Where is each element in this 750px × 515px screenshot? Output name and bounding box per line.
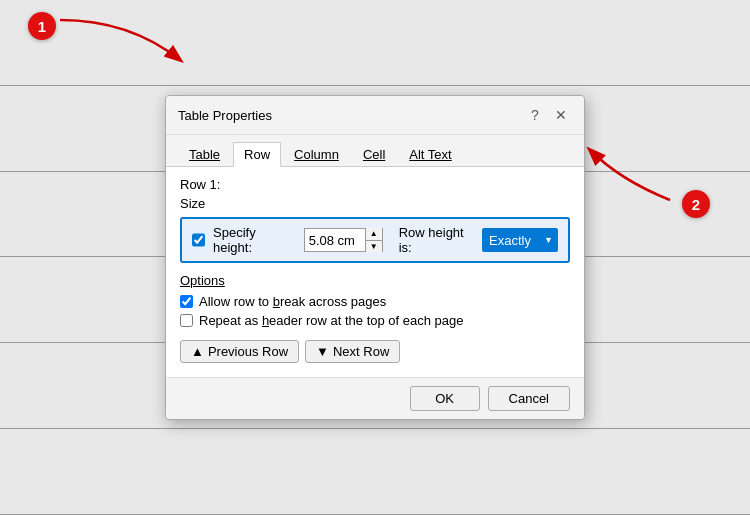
repeat-header-checkbox[interactable] [180,314,193,327]
prev-row-icon: ▲ [191,344,204,359]
spin-up-button[interactable]: ▲ [366,228,382,241]
height-input[interactable]: 5.08 cm [305,231,365,250]
options-title: Options [180,273,570,288]
prev-row-label: Previous Row [208,344,288,359]
tab-table[interactable]: Table [178,142,231,167]
next-row-button[interactable]: ▼ Next Row [305,340,400,363]
annotation-2: 2 [682,190,710,218]
specify-height-label: Specify height: [213,225,292,255]
dialog-body: Row 1: Size Specify height: 5.08 cm ▲ ▼ … [166,167,584,377]
close-button[interactable]: ✕ [550,104,572,126]
height-input-wrap: 5.08 cm ▲ ▼ [304,228,383,252]
tab-alt-text[interactable]: Alt Text [398,142,462,167]
row-height-is-label: Row height is: [399,225,474,255]
option-row-1: Allow row to break across pages [180,294,570,309]
tabs-bar: Table Row Column Cell Alt Text [166,135,584,167]
tab-cell[interactable]: Cell [352,142,396,167]
nav-buttons: ▲ Previous Row ▼ Next Row [180,340,570,363]
title-controls: ? ✕ [524,104,572,126]
allow-break-label: Allow row to break across pages [199,294,386,309]
row-label: Row 1: [180,177,570,192]
dialog-title: Table Properties [178,108,272,123]
option-row-2: Repeat as header row at the top of each … [180,313,570,328]
allow-break-checkbox[interactable] [180,295,193,308]
row-height-select-wrap: Exactly At Least [482,228,558,252]
size-label: Size [180,196,570,211]
height-spinner: ▲ ▼ [365,228,382,252]
spin-down-button[interactable]: ▼ [366,241,382,253]
next-row-icon: ▼ [316,344,329,359]
dialog-overlay: Table Properties ? ✕ Table Row Column Ce… [0,0,750,515]
size-box: Specify height: 5.08 cm ▲ ▼ Row height i… [180,217,570,263]
prev-row-button[interactable]: ▲ Previous Row [180,340,299,363]
help-button[interactable]: ? [524,104,546,126]
options-section: Options Allow row to break across pages … [180,273,570,328]
tab-row[interactable]: Row [233,142,281,167]
specify-height-checkbox[interactable] [192,233,205,247]
annotation-1: 1 [28,12,56,40]
ok-button[interactable]: OK [410,386,480,411]
repeat-header-label: Repeat as header row at the top of each … [199,313,464,328]
table-properties-dialog: Table Properties ? ✕ Table Row Column Ce… [165,95,585,420]
tab-column[interactable]: Column [283,142,350,167]
next-row-label: Next Row [333,344,389,359]
row-height-select[interactable]: Exactly At Least [482,228,558,252]
dialog-footer: OK Cancel [166,377,584,419]
title-bar: Table Properties ? ✕ [166,96,584,135]
cancel-button[interactable]: Cancel [488,386,570,411]
